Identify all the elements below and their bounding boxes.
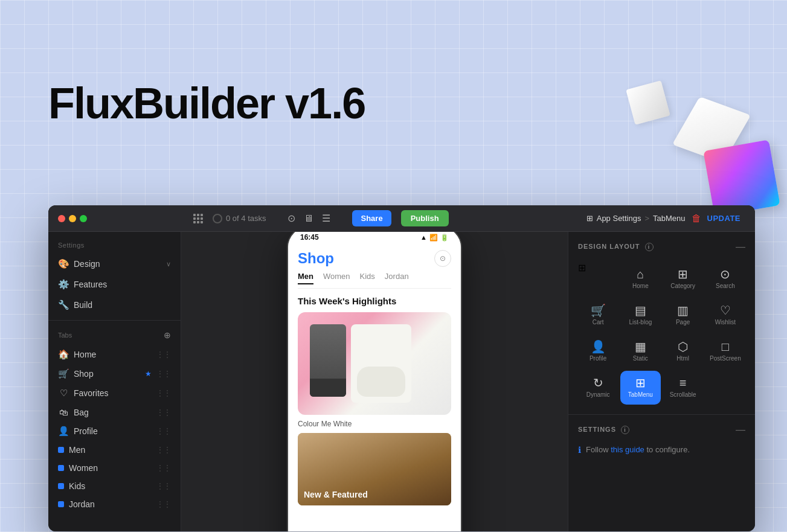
home-tab-icon: 🏠	[58, 349, 69, 360]
category-icon-label: Category	[670, 283, 695, 290]
tab-item-bag[interactable]: 🛍 Bag ⋮⋮	[48, 403, 181, 421]
chevron-down-icon: ∨	[166, 260, 171, 268]
breadcrumb-prefix: App Settings	[597, 214, 641, 223]
icon-item-tabmenu[interactable]: ⊞ TabMenu	[620, 371, 660, 405]
wifi-icon: 📶	[429, 234, 438, 242]
icon-item-dynamic[interactable]: ↻ Dynamic	[578, 371, 618, 405]
phone-status-bar: 16:45 ▲ 📶 🔋	[288, 232, 461, 245]
jordan-color-dot	[58, 501, 64, 507]
icon-item-home[interactable]: ⌂ Home	[620, 262, 660, 296]
icon-item-html[interactable]: ⬡ Html	[663, 335, 703, 368]
static-icon-label: Static	[633, 355, 648, 362]
sidebar-item-features[interactable]: ⚙️ Features	[48, 274, 181, 295]
icon-item-list-blog[interactable]: ▤ List-blog	[620, 298, 660, 332]
icon-item-profile[interactable]: 👤 Profile	[578, 335, 618, 368]
tabmenu-icon-label: TabMenu	[628, 391, 653, 399]
phone-tab-kids[interactable]: Kids	[360, 272, 375, 284]
settings-header: SETTINGS i —	[578, 425, 745, 435]
tab-item-shop[interactable]: 🛒 Shop ★ ⋮⋮	[48, 364, 181, 383]
monitor-icon[interactable]: 🖥	[304, 213, 313, 224]
drag-handle-icon[interactable]: ⋮⋮	[156, 464, 171, 472]
add-tab-button[interactable]: ⊕	[164, 330, 171, 340]
shop-tab-icon: 🛒	[58, 368, 69, 379]
icon-item-category[interactable]: ⊞ Category	[663, 262, 703, 296]
drag-handle-icon[interactable]: ⋮⋮	[156, 427, 171, 435]
phone-tab-men[interactable]: Men	[298, 272, 313, 284]
collapse-settings-button[interactable]: —	[736, 425, 745, 435]
drag-handle-icon[interactable]: ⋮⋮	[156, 350, 171, 359]
page-icon-label: Page	[676, 319, 690, 326]
cube-small-white	[626, 80, 670, 124]
toolbar-right: ⊞ App Settings > TabMenu 🗑 UPDATE	[586, 213, 745, 224]
publish-button[interactable]: Publish	[401, 210, 449, 226]
settings-info-icon[interactable]: i	[621, 426, 629, 434]
minimize-button[interactable]	[69, 215, 76, 222]
maximize-button[interactable]	[80, 215, 87, 222]
share-button[interactable]: Share	[352, 210, 391, 226]
tab-item-women[interactable]: Women ⋮⋮	[48, 459, 181, 477]
shoe-image-right	[351, 324, 411, 403]
phone-search-icon[interactable]: ⊙	[434, 250, 451, 267]
tab-item-home[interactable]: 🏠 Home ⋮⋮	[48, 345, 181, 364]
drag-handle-icon[interactable]: ⋮⋮	[156, 500, 171, 508]
screen-icon[interactable]: ⊙	[287, 213, 295, 224]
drag-handle-icon[interactable]: ⋮⋮	[156, 446, 171, 454]
drag-handle-icon[interactable]: ⋮⋮	[156, 370, 171, 378]
design-layout-info-icon[interactable]: i	[645, 243, 654, 251]
apps-icon[interactable]	[193, 214, 203, 223]
icon-item-page[interactable]: ▥ Page	[663, 298, 703, 332]
product-label: Colour Me White	[298, 420, 451, 428]
collapse-design-button[interactable]: —	[736, 242, 745, 252]
phone-section-title: This Week's Highlights	[298, 296, 451, 306]
sidebar-build-label: Build	[74, 300, 171, 310]
phone-second-image: New & Featured	[298, 433, 451, 505]
tabs-label: Tabs	[58, 332, 72, 339]
search-icon: ⊙	[720, 268, 730, 280]
tab-item-favorites[interactable]: ♡ Favorites ⋮⋮	[48, 383, 181, 403]
tab-item-kids[interactable]: Kids ⋮⋮	[48, 477, 181, 495]
page-icon: ▥	[677, 304, 689, 316]
sidebar-item-build[interactable]: 🔧 Build	[48, 295, 181, 315]
icon-item-wishlist[interactable]: ♡ Wishlist	[705, 298, 745, 332]
tab-profile-label: Profile	[74, 426, 152, 436]
update-button[interactable]: UPDATE	[707, 214, 740, 223]
phone-signal-icons: ▲ 📶 🔋	[420, 234, 449, 242]
icon-item-search[interactable]: ⊙ Search	[705, 262, 745, 296]
profile-tab-icon: 👤	[58, 426, 69, 437]
right-panel: DESIGN LAYOUT i — ⌂ Home ⊞ Category	[568, 232, 755, 531]
icon-item-cart[interactable]: 🛒 Cart	[578, 298, 618, 332]
icon-item-postscreen[interactable]: □ PostScreen	[705, 335, 745, 368]
cart-icon: 🛒	[591, 304, 606, 316]
tabmenu-icon: ⊞	[635, 377, 646, 389]
decorative-cubes	[594, 85, 787, 205]
build-icon: 🔧	[58, 300, 69, 310]
battery-icon: 🔋	[440, 234, 449, 242]
preview-area: 16:45 ▲ 📶 🔋 Shop ⊙ Men Women	[181, 232, 568, 531]
drag-handle-icon[interactable]: ⋮⋮	[156, 408, 171, 417]
cart-icon-label: Cart	[593, 319, 604, 326]
breadcrumb-separator: >	[644, 214, 649, 223]
list-icon[interactable]: ☰	[322, 213, 330, 224]
icon-item-static[interactable]: ▦ Static	[620, 335, 660, 368]
main-content: Settings 🎨 Design ∨ ⚙️ Features 🔧 Build …	[48, 232, 755, 531]
icon-item-scrollable[interactable]: ≡ Scrollable	[663, 371, 703, 405]
tab-item-profile[interactable]: 👤 Profile ⋮⋮	[48, 421, 181, 441]
drag-handle-icon[interactable]: ⋮⋮	[156, 389, 171, 397]
tab-men-label: Men	[69, 445, 152, 455]
delete-icon[interactable]: 🗑	[692, 213, 701, 224]
sidebar-item-design[interactable]: 🎨 Design ∨	[48, 254, 181, 274]
this-guide-link[interactable]: this guide	[611, 445, 644, 454]
new-featured-label: New & Featured	[304, 490, 368, 499]
phone-tab-women[interactable]: Women	[323, 272, 350, 284]
signal-icon: ▲	[420, 234, 427, 241]
tab-home-label: Home	[74, 350, 152, 359]
sidebar: Settings 🎨 Design ∨ ⚙️ Features 🔧 Build …	[48, 232, 181, 531]
tab-item-jordan[interactable]: Jordan ⋮⋮	[48, 495, 181, 513]
close-button[interactable]	[58, 215, 65, 222]
home-icon: ⌂	[637, 268, 644, 280]
tab-item-men[interactable]: Men ⋮⋮	[48, 441, 181, 459]
phone-tab-jordan[interactable]: Jordan	[385, 272, 409, 284]
task-counter: 0 of 4 tasks	[213, 214, 266, 223]
drag-handle-icon[interactable]: ⋮⋮	[156, 482, 171, 490]
favorites-tab-icon: ♡	[58, 388, 69, 399]
